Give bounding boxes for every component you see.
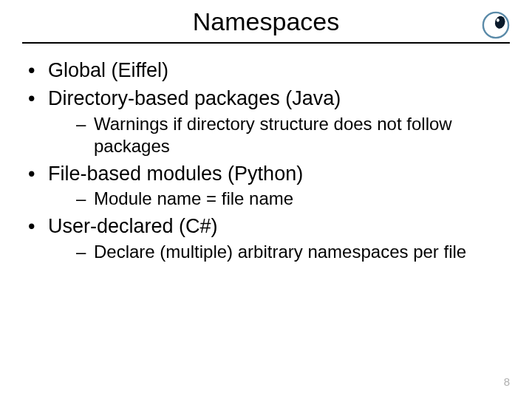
sub-text: Module name = file name xyxy=(94,188,293,208)
slide-header: Namespaces xyxy=(22,7,510,44)
bullet-item: User-declared (C#) Declare (multiple) ar… xyxy=(22,214,510,263)
sub-item: Warnings if directory structure does not… xyxy=(48,113,510,157)
sub-list: Warnings if directory structure does not… xyxy=(48,113,510,157)
bullet-text: Directory-based packages (Java) xyxy=(48,87,341,109)
sub-text: Declare (multiple) arbitrary namespaces … xyxy=(94,242,466,262)
bullet-item: Global (Eiffel) xyxy=(22,58,510,83)
bullet-text: File-based modules (Python) xyxy=(48,163,303,185)
bullet-text: User-declared (C#) xyxy=(48,215,218,237)
slide-content: Global (Eiffel) Directory-based packages… xyxy=(0,44,532,263)
sub-text: Warnings if directory structure does not… xyxy=(94,114,452,156)
bullet-text: Global (Eiffel) xyxy=(48,59,168,81)
sub-list: Module name = file name xyxy=(48,188,510,210)
svg-point-2 xyxy=(497,18,499,21)
bullet-list: Global (Eiffel) Directory-based packages… xyxy=(22,58,510,263)
eiffel-logo-icon xyxy=(482,11,510,39)
bullet-item: Directory-based packages (Java) Warnings… xyxy=(22,86,510,157)
slide-title: Namespaces xyxy=(193,7,339,36)
sub-item: Module name = file name xyxy=(48,188,510,210)
page-number: 8 xyxy=(504,375,510,388)
sub-item: Declare (multiple) arbitrary namespaces … xyxy=(48,241,510,263)
sub-list: Declare (multiple) arbitrary namespaces … xyxy=(48,241,510,263)
bullet-item: File-based modules (Python) Module name … xyxy=(22,162,510,211)
